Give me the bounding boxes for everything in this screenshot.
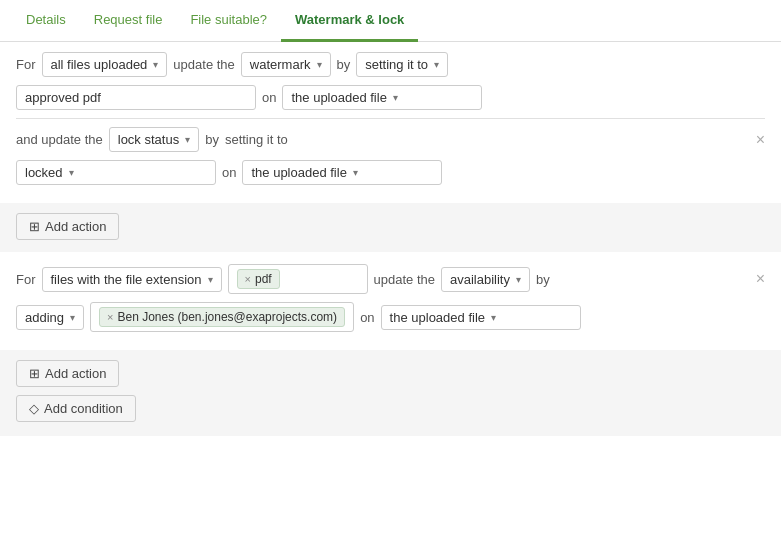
tab-file-suitable[interactable]: File suitable? <box>176 0 281 42</box>
tab-watermark-lock[interactable]: Watermark & lock <box>281 0 418 42</box>
for-dropdown-1[interactable]: all files uploaded ▾ <box>42 52 168 77</box>
by-label-2: by <box>536 272 550 287</box>
update-label-2: update the <box>374 272 435 287</box>
pdf-tag-value: pdf <box>255 272 272 286</box>
rule-row-s2-1: For files with the file extension ▾ × pd… <box>16 264 765 294</box>
by2-label: by <box>205 132 219 147</box>
on-label-1: on <box>262 90 276 105</box>
by2-value: setting it to <box>225 132 288 147</box>
locked-dropdown-arrow: ▾ <box>69 167 74 178</box>
for-dropdown-2-arrow: ▾ <box>208 274 213 285</box>
for-label-1: For <box>16 57 36 72</box>
on-label-2: on <box>360 310 374 325</box>
by-dropdown-1[interactable]: setting it to ▾ <box>356 52 448 77</box>
pdf-tag-remove[interactable]: × <box>245 273 251 285</box>
add-action-section-1: ⊞ Add action <box>0 203 781 252</box>
locked-dropdown[interactable]: locked ▾ <box>16 160 216 185</box>
on-dropdown-2-arrow: ▾ <box>491 312 496 323</box>
rule-row-4: locked ▾ on the uploaded file ▾ <box>16 160 765 185</box>
close-section2[interactable]: × <box>756 270 765 288</box>
add-condition-button[interactable]: ◇ Add condition <box>16 395 136 422</box>
on2-dropdown[interactable]: the uploaded file ▾ <box>242 160 442 185</box>
by-dropdown-1-arrow: ▾ <box>434 59 439 70</box>
for-dropdown-1-arrow: ▾ <box>153 59 158 70</box>
rule-row-1: For all files uploaded ▾ update the wate… <box>16 52 765 77</box>
close-section1-row3[interactable]: × <box>756 131 765 149</box>
for-dropdown-2[interactable]: files with the file extension ▾ <box>42 267 222 292</box>
user-tag-value: Ben Jones (ben.jones@exaprojects.com) <box>117 310 337 324</box>
and-update-dropdown-arrow: ▾ <box>185 134 190 145</box>
tabs-bar: Details Request file File suitable? Wate… <box>0 0 781 42</box>
add-action-button-1[interactable]: ⊞ Add action <box>16 213 119 240</box>
add-condition-icon: ◇ <box>29 401 39 416</box>
tab-details[interactable]: Details <box>12 0 80 42</box>
file-extension-tags[interactable]: × pdf <box>228 264 368 294</box>
update-label-1: update the <box>173 57 234 72</box>
user-tag-remove[interactable]: × <box>107 311 113 323</box>
on2-label: on <box>222 165 236 180</box>
add-action-icon-1: ⊞ <box>29 219 40 234</box>
and-update-dropdown[interactable]: lock status ▾ <box>109 127 199 152</box>
on-dropdown-1-arrow: ▾ <box>393 92 398 103</box>
on-dropdown-2[interactable]: the uploaded file ▾ <box>381 305 581 330</box>
on-dropdown-1[interactable]: the uploaded file ▾ <box>282 85 482 110</box>
add-action-icon-2: ⊞ <box>29 366 40 381</box>
update-dropdown-2-arrow: ▾ <box>516 274 521 285</box>
user-tags[interactable]: × Ben Jones (ben.jones@exaprojects.com) <box>90 302 354 332</box>
separator-1 <box>16 118 765 119</box>
update-dropdown-1-arrow: ▾ <box>317 59 322 70</box>
update-dropdown-2[interactable]: availability ▾ <box>441 267 530 292</box>
add-condition-label: Add condition <box>44 401 123 416</box>
adding-dropdown-arrow: ▾ <box>70 312 75 323</box>
rule-row-3: and update the lock status ▾ by setting … <box>16 127 765 152</box>
and-update-label: and update the <box>16 132 103 147</box>
update-dropdown-1[interactable]: watermark ▾ <box>241 52 331 77</box>
tab-request-file[interactable]: Request file <box>80 0 177 42</box>
pdf-tag: × pdf <box>237 269 280 289</box>
watermark-text-input[interactable] <box>16 85 256 110</box>
add-action-label-1: Add action <box>45 219 106 234</box>
for-label-2: For <box>16 272 36 287</box>
on2-dropdown-arrow: ▾ <box>353 167 358 178</box>
adding-dropdown[interactable]: adding ▾ <box>16 305 84 330</box>
section-1: For all files uploaded ▾ update the wate… <box>0 42 781 203</box>
section-2: For files with the file extension ▾ × pd… <box>0 252 781 350</box>
user-tag: × Ben Jones (ben.jones@exaprojects.com) <box>99 307 345 327</box>
add-action-button-2[interactable]: ⊞ Add action <box>16 360 119 387</box>
add-action-section-2: ⊞ Add action ◇ Add condition <box>0 350 781 436</box>
add-action-label-2: Add action <box>45 366 106 381</box>
rule-row-s2-2: adding ▾ × Ben Jones (ben.jones@exaproje… <box>16 302 765 332</box>
rule-row-2: on the uploaded file ▾ <box>16 85 765 110</box>
by-label-1: by <box>337 57 351 72</box>
